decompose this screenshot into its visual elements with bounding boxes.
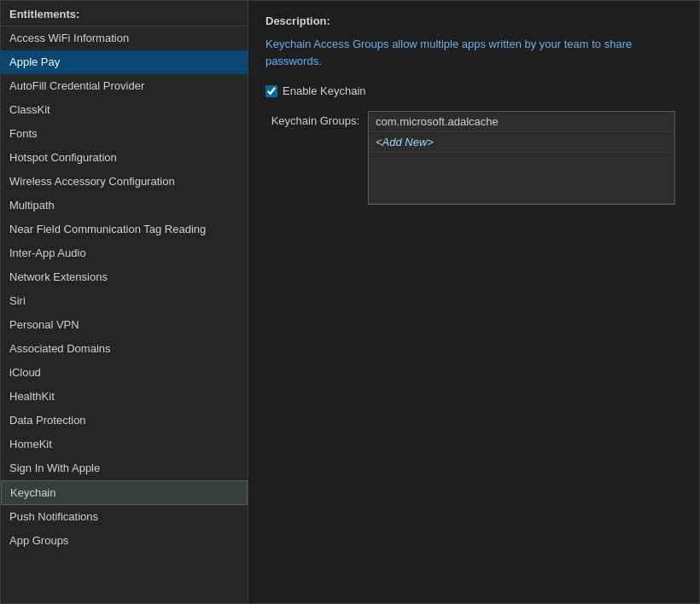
sidebar-item[interactable]: Apple Pay [1,50,248,74]
keychain-groups-container: com.microsoft.adalcache<Add New> [369,112,674,204]
sidebar-item[interactable]: Access WiFi Information [1,26,248,50]
sidebar-item[interactable]: Inter-App Audio [1,241,248,265]
sidebar-header: Entitlements: [1,1,248,26]
enable-keychain-checkbox[interactable] [265,85,277,97]
enable-keychain-row: Enable Keychain [265,84,682,97]
keychain-group-row[interactable]: <Add New> [369,132,674,153]
app-container: Entitlements: Access WiFi InformationApp… [0,0,700,604]
sidebar-item[interactable]: HomeKit [1,433,248,456]
sidebar-item[interactable]: AutoFill Credential Provider [1,74,248,98]
keychain-groups-table: com.microsoft.adalcache<Add New> [368,111,675,205]
sidebar-item[interactable]: HealthKit [1,385,248,409]
sidebar-item[interactable]: ClassKit [1,98,248,122]
sidebar-item[interactable]: Keychain [1,480,248,505]
sidebar-items-container: Access WiFi InformationApple PayAutoFill… [1,26,248,553]
sidebar-item[interactable]: Personal VPN [1,313,248,337]
sidebar-item[interactable]: Network Extensions [1,265,248,289]
sidebar-item[interactable]: Sign In With Apple [1,456,248,480]
sidebar-item[interactable]: Multipath [1,194,248,218]
sidebar-item[interactable]: Data Protection [1,409,248,433]
sidebar-item[interactable]: Associated Domains [1,337,248,361]
sidebar-item[interactable]: Siri [1,289,248,313]
description-header: Description: [265,15,682,27]
description-text: Keychain Access Groups allow multiple ap… [265,36,682,69]
sidebar: Entitlements: Access WiFi InformationApp… [1,1,248,603]
sidebar-item[interactable]: Near Field Communication Tag Reading [1,218,248,241]
keychain-groups-row: Keychain Groups: com.microsoft.adalcache… [265,111,682,205]
enable-keychain-label[interactable]: Enable Keychain [283,84,366,97]
sidebar-item[interactable]: Wireless Accessory Configuration [1,170,248,194]
main-content: Description: Keychain Access Groups allo… [248,1,699,603]
sidebar-item[interactable]: App Groups [1,529,248,553]
sidebar-item[interactable]: Push Notifications [1,505,248,529]
sidebar-item[interactable]: iCloud [1,361,248,385]
keychain-groups-label: Keychain Groups: [265,111,359,127]
keychain-group-row [369,153,674,204]
sidebar-item[interactable]: Fonts [1,122,248,146]
sidebar-item[interactable]: Hotspot Configuration [1,146,248,170]
keychain-group-row: com.microsoft.adalcache [369,112,674,132]
